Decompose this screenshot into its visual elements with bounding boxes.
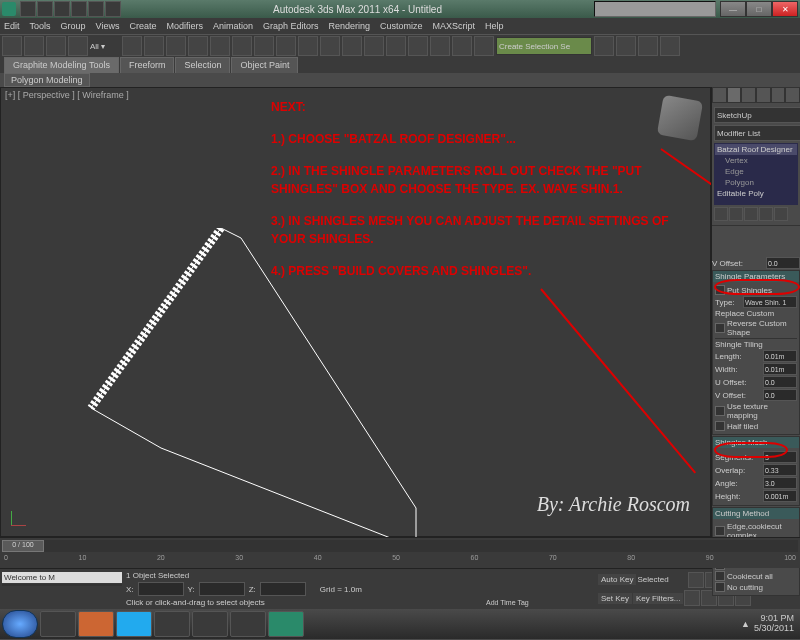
time-slider-handle[interactable]: 0 / 100 (2, 540, 44, 552)
menu-help[interactable]: Help (485, 21, 504, 31)
render-frame-button[interactable] (638, 36, 658, 56)
refcoord-button[interactable] (276, 36, 296, 56)
cut5-radio[interactable] (715, 582, 725, 592)
menu-grapheditors[interactable]: Graph Editors (263, 21, 319, 31)
redo-button[interactable] (24, 36, 44, 56)
maxscript-listener[interactable] (2, 584, 122, 586)
replace-custom-label[interactable]: Replace Custom (715, 309, 797, 318)
window-crossing-button[interactable] (188, 36, 208, 56)
schematic-button[interactable] (474, 36, 494, 56)
put-shingles-checkbox[interactable] (715, 285, 725, 295)
help-search[interactable] (594, 1, 716, 17)
menu-tools[interactable]: Tools (30, 21, 51, 31)
windows-taskbar[interactable]: ▲ 9:01 PM5/30/2011 (0, 609, 800, 639)
minimize-button[interactable]: — (720, 1, 746, 17)
angle-spinner[interactable]: 3.0 (763, 477, 797, 489)
spinner-snap-button[interactable] (364, 36, 384, 56)
reverse-checkbox[interactable] (715, 323, 725, 333)
percent-snap-button[interactable] (342, 36, 362, 56)
goto-start-button[interactable] (688, 572, 704, 588)
type-dropdown[interactable]: Wave Shin. 1 (743, 296, 797, 308)
configure-button[interactable] (774, 207, 788, 221)
tray-icon[interactable]: ▲ (741, 619, 750, 629)
select-name-button[interactable] (144, 36, 164, 56)
taskbar-app-icon[interactable] (154, 611, 190, 637)
tab-selection[interactable]: Selection (175, 57, 230, 73)
pin-stack-button[interactable] (714, 207, 728, 221)
mirror-button[interactable] (386, 36, 406, 56)
taskbar-firefox-icon[interactable] (78, 611, 114, 637)
hierarchy-tab[interactable] (741, 87, 756, 103)
menu-rendering[interactable]: Rendering (329, 21, 371, 31)
link-button[interactable] (46, 36, 66, 56)
tab-graphite[interactable]: Graphite Modeling Tools (4, 57, 119, 73)
keyfilters-button[interactable]: Key Filters... (633, 593, 683, 604)
length-spinner[interactable]: 0.01m (763, 350, 797, 362)
motion-tab[interactable] (756, 87, 771, 103)
align-button[interactable] (408, 36, 428, 56)
viewport-label[interactable]: [+] [ Perspective ] [ Wireframe ] (5, 90, 129, 100)
menu-animation[interactable]: Animation (213, 21, 253, 31)
cut1-radio[interactable] (715, 526, 725, 536)
select-button[interactable] (122, 36, 142, 56)
y-input[interactable] (199, 582, 245, 596)
scale-button[interactable] (254, 36, 274, 56)
tray-clock[interactable]: 9:01 PM5/30/2011 (754, 614, 794, 634)
selection-filter[interactable]: All ▾ (90, 42, 120, 51)
halftile-checkbox[interactable] (715, 421, 725, 431)
panel-polygon-modeling[interactable]: Polygon Modeling (4, 73, 90, 87)
maximize-button[interactable]: □ (746, 1, 772, 17)
app-icon[interactable] (2, 2, 16, 16)
taskbar-app-icon[interactable] (192, 611, 228, 637)
segments-spinner[interactable]: 3 (763, 451, 797, 463)
rollout-shingle-params[interactable]: Shingle Parameters (713, 271, 799, 282)
move-button[interactable] (210, 36, 230, 56)
mod-batzal[interactable]: Batzal Roof Designer (715, 144, 797, 155)
layers-button[interactable] (430, 36, 450, 56)
rollout-shingles-mesh[interactable]: Shingles Mesh (713, 437, 799, 448)
taskbar-app-icon[interactable] (230, 611, 266, 637)
curve-editor-button[interactable] (452, 36, 472, 56)
taskbar-skype-icon[interactable] (116, 611, 152, 637)
taskbar-explorer-icon[interactable] (40, 611, 76, 637)
tab-objectpaint[interactable]: Object Paint (231, 57, 298, 73)
modifier-list[interactable]: Modifier List (714, 125, 800, 141)
voffset-spinner[interactable]: 0.0 (766, 257, 800, 269)
subobj-edge[interactable]: Edge (715, 166, 797, 177)
subobj-vertex[interactable]: Vertex (715, 155, 797, 166)
rotate-button[interactable] (232, 36, 252, 56)
object-name[interactable]: SketchUp (714, 107, 800, 123)
quick-access[interactable] (20, 1, 121, 17)
utilities-tab[interactable] (785, 87, 800, 103)
menu-bar[interactable]: Edit Tools Group Views Create Modifiers … (0, 18, 800, 34)
cut4-radio[interactable] (715, 571, 725, 581)
angle-snap-button[interactable] (320, 36, 340, 56)
voffset2-spinner[interactable]: 0.0 (763, 389, 797, 401)
menu-group[interactable]: Group (61, 21, 86, 31)
display-tab[interactable] (771, 87, 786, 103)
show-result-button[interactable] (729, 207, 743, 221)
menu-edit[interactable]: Edit (4, 21, 20, 31)
unlink-button[interactable] (68, 36, 88, 56)
start-button[interactable] (2, 610, 38, 638)
timeline[interactable]: 0 / 100 0102030405060708090100 (0, 537, 800, 568)
mod-editable-poly[interactable]: Editable Poly (715, 188, 797, 199)
nav-pan-button[interactable] (684, 590, 700, 606)
modifier-stack[interactable]: Batzal Roof Designer Vertex Edge Polygon… (714, 143, 798, 205)
uoffset-spinner[interactable]: 0.0 (763, 376, 797, 388)
taskbar-3dsmax-icon[interactable] (268, 611, 304, 637)
menu-maxscript[interactable]: MAXScript (433, 21, 476, 31)
texmap-checkbox[interactable] (715, 406, 725, 416)
menu-customize[interactable]: Customize (380, 21, 423, 31)
named-selection-set[interactable]: Create Selection Se (496, 37, 592, 55)
render-setup-button[interactable] (616, 36, 636, 56)
viewport[interactable]: [+] [ Perspective ] [ Wireframe ] NEXT: … (0, 87, 711, 537)
make-unique-button[interactable] (744, 207, 758, 221)
tab-freeform[interactable]: Freeform (120, 57, 175, 73)
setkey-button[interactable]: Set Key (598, 593, 632, 604)
z-input[interactable] (260, 582, 306, 596)
modify-tab[interactable] (727, 87, 742, 103)
undo-button[interactable] (2, 36, 22, 56)
rollout-cutting[interactable]: Cutting Method (713, 508, 799, 519)
key-filter-dropdown[interactable]: Selected (637, 575, 687, 584)
